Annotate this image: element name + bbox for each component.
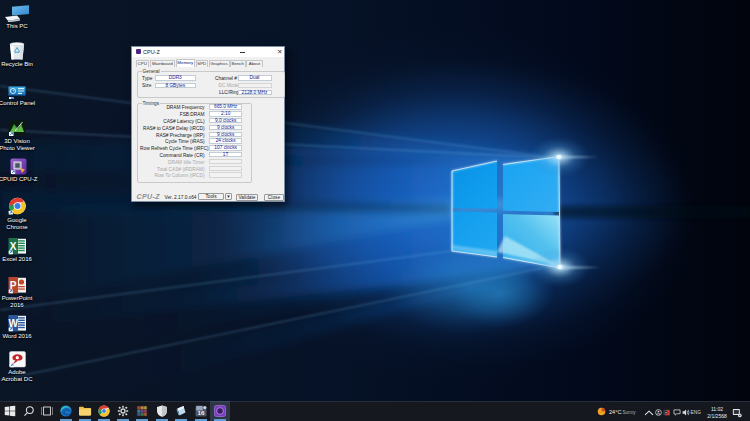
svg-text:16: 16 xyxy=(197,409,204,416)
